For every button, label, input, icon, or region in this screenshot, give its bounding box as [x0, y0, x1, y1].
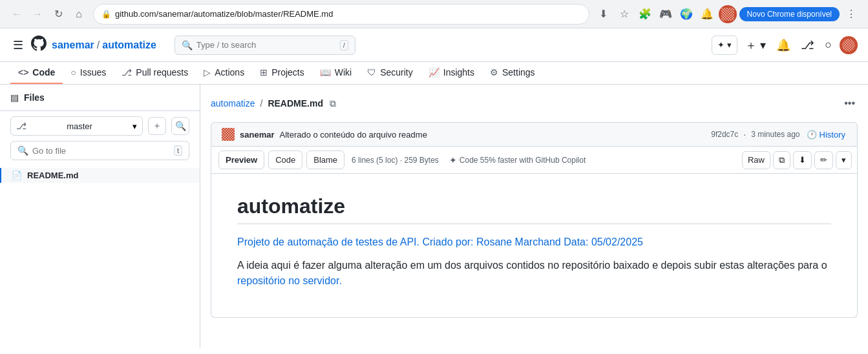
file-item-readme[interactable]: 📄 README.md — [0, 168, 200, 183]
tab-code-view[interactable]: Code — [268, 151, 302, 169]
code-icon: <> — [18, 67, 28, 78]
commit-hash[interactable]: 9f2dc7c — [711, 130, 738, 139]
reload-button[interactable]: ↻ — [49, 5, 67, 23]
header-search: 🔍 / — [175, 36, 355, 55]
chrome-update-button[interactable]: Novo Chrome disponível — [739, 7, 840, 21]
security-icon: 🛡 — [367, 67, 376, 78]
sidebar: ▤ Files ⎇ master ▾ ＋ 🔍 🔍 t 📄 README.md — [0, 85, 200, 348]
tab-security[interactable]: 🛡 Security — [359, 62, 421, 84]
sidebar-panel-icon: ▤ — [10, 92, 19, 103]
tab-pull-requests[interactable]: ⎇ Pull requests — [114, 62, 196, 84]
chrome-profile-avatar[interactable] — [719, 5, 737, 23]
breadcrumb-repo-link[interactable]: automatize — [102, 39, 156, 51]
commit-dot-separator: · — [743, 129, 746, 140]
file-actions: Raw ⧉ ⬇ ✏ ▾ — [742, 151, 852, 169]
breadcrumb: sanemar / automatize — [52, 39, 156, 51]
commit-user-avatar — [222, 128, 235, 141]
header-right: ✦ ▾ ＋ ▾ 🔔 ⎇ ○ — [712, 35, 858, 56]
tab-actions-label: Actions — [215, 67, 244, 78]
history-button[interactable]: 🕐 History — [805, 129, 847, 141]
file-meta: 6 lines (5 loc) · 259 Bytes ✦ Code 55% f… — [346, 155, 742, 165]
browser-toolbar-actions: ⬇ ☆ 🧩 🎮 🌍 🔔 Novo Chrome disponível ⋮ — [595, 5, 860, 23]
sidebar-toolbar: ⎇ master ▾ ＋ 🔍 — [0, 111, 200, 141]
notifications-icon[interactable]: 🔔 — [774, 36, 793, 55]
edit-button[interactable]: ✏ — [814, 151, 833, 169]
tab-insights[interactable]: 📈 Insights — [421, 62, 482, 84]
copilot-label: Code 55% faster with GitHub Copilot — [460, 156, 586, 165]
file-path-repo-link[interactable]: automatize — [211, 98, 255, 109]
issues-icon[interactable]: ○ — [822, 36, 834, 54]
tab-settings-label: Settings — [502, 67, 535, 78]
github-logo[interactable] — [31, 36, 47, 55]
search-box[interactable]: 🔍 / — [175, 36, 355, 55]
search-shortcut-badge: / — [340, 40, 348, 50]
tab-insights-label: Insights — [443, 67, 474, 78]
tab-code[interactable]: <> Code — [10, 62, 63, 84]
branch-selector[interactable]: ⎇ master ▾ — [10, 116, 143, 136]
tab-settings[interactable]: ⚙ Settings — [482, 62, 543, 84]
chrome-menu-icon[interactable]: ⋮ — [842, 5, 860, 23]
copy-path-button[interactable]: ⧉ — [328, 97, 337, 110]
file-search-shortcut: t — [174, 145, 182, 156]
branch-name: master — [30, 121, 129, 131]
search-input[interactable] — [196, 40, 336, 50]
breadcrumb-user-link[interactable]: sanemar — [52, 39, 94, 51]
file-document-icon: 📄 — [12, 171, 22, 180]
pull-requests-icon[interactable]: ⎇ — [798, 36, 817, 55]
copy-raw-button[interactable]: ⧉ — [773, 151, 790, 169]
pr-icon: ⎇ — [122, 67, 132, 78]
tab-pr-label: Pull requests — [136, 67, 188, 78]
sidebar-search: 🔍 t — [0, 141, 200, 165]
address-bar[interactable]: 🔒 github.com/sanemar/automatize/blob/mas… — [93, 4, 589, 25]
tab-issues[interactable]: ○ Issues — [63, 62, 114, 84]
extension2-icon[interactable]: 🎮 — [657, 5, 675, 23]
extension1-icon[interactable]: 🧩 — [636, 5, 654, 23]
new-item-button[interactable]: ＋ ▾ — [743, 35, 768, 56]
file-path-header: automatize / README.md ⧉ ••• — [211, 95, 858, 112]
tab-wiki[interactable]: 📖 Wiki — [312, 62, 359, 84]
main-layout: ▤ Files ⎇ master ▾ ＋ 🔍 🔍 t 📄 README.md — [0, 85, 868, 348]
projects-icon: ⊞ — [260, 67, 268, 78]
repo-nav: <> Code ○ Issues ⎇ Pull requests ▷ Actio… — [0, 62, 868, 85]
extension3-icon[interactable]: 🌍 — [677, 5, 695, 23]
copilot-button[interactable]: ✦ ▾ — [712, 36, 737, 55]
tab-security-label: Security — [380, 67, 413, 78]
star-icon[interactable]: ☆ — [615, 5, 633, 23]
user-avatar[interactable] — [840, 36, 858, 54]
readme-paragraph-1: Projeto de automação de testes de API. C… — [237, 234, 831, 250]
github-header: ☰ sanemar / automatize 🔍 / ✦ ▾ ＋ ▾ 🔔 ⎇ ○ — [0, 28, 868, 62]
insights-icon: 📈 — [429, 67, 439, 78]
hamburger-button[interactable]: ☰ — [10, 36, 26, 55]
copilot-badge: ✦ Code 55% faster with GitHub Copilot — [449, 155, 586, 165]
branch-chevron-icon: ▾ — [132, 121, 137, 131]
tab-preview[interactable]: Preview — [218, 151, 264, 169]
forward-button[interactable]: → — [28, 5, 47, 23]
commit-username[interactable]: sanemar — [240, 130, 274, 140]
tab-blame[interactable]: Blame — [306, 151, 344, 169]
go-to-file-input[interactable] — [32, 146, 170, 156]
tab-code-label: Code — [32, 67, 55, 78]
readme-link-repositorio[interactable]: repositório no servidor. — [237, 275, 342, 286]
more-file-options-button[interactable]: ▾ — [836, 151, 852, 169]
browser-nav-buttons: ← → ↻ ⌂ — [8, 5, 88, 23]
home-button[interactable]: ⌂ — [70, 5, 88, 23]
add-file-button[interactable]: ＋ — [148, 117, 166, 135]
file-view-tabs: Preview Code Blame 6 lines (5 loc) · 259… — [211, 147, 858, 174]
search-icon: 🔍 — [182, 40, 193, 50]
file-line-info: 6 lines (5 loc) · 259 Bytes — [352, 156, 439, 165]
copilot-sparkle-icon: ✦ — [449, 155, 457, 165]
download-raw-button[interactable]: ⬇ — [793, 151, 812, 169]
file-path-separator: / — [260, 98, 262, 109]
back-button[interactable]: ← — [8, 5, 26, 23]
search-sidebar-button[interactable]: 🔍 — [171, 117, 189, 135]
download-icon[interactable]: ⬇ — [595, 5, 613, 23]
go-to-file-box[interactable]: 🔍 t — [10, 141, 189, 160]
extension4-icon[interactable]: 🔔 — [698, 5, 716, 23]
raw-button[interactable]: Raw — [742, 151, 770, 169]
branch-icon: ⎇ — [16, 121, 26, 131]
tab-actions[interactable]: ▷ Actions — [196, 62, 252, 84]
readme-link-projeto[interactable]: Projeto de automação de testes de API. C… — [237, 236, 643, 247]
tab-projects[interactable]: ⊞ Projects — [252, 62, 312, 84]
readme-content: automatize Projeto de automação de teste… — [211, 174, 858, 318]
more-options-button[interactable]: ••• — [842, 95, 858, 112]
